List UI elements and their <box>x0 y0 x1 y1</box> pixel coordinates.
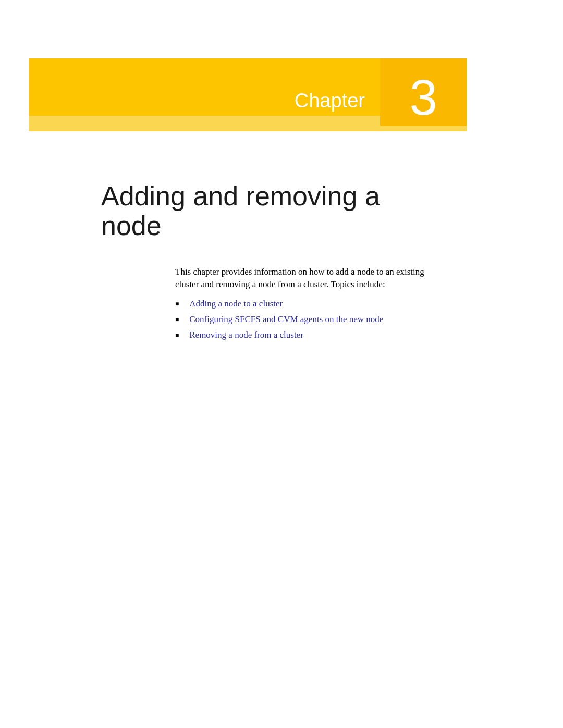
intro-paragraph: This chapter provides information on how… <box>175 266 436 291</box>
bullet-icon: ■ <box>175 299 179 309</box>
topic-list: ■ Adding a node to a cluster ■ Configuri… <box>175 297 436 342</box>
topic-link-adding-node[interactable]: Adding a node to a cluster <box>189 297 283 311</box>
topic-link-configuring-agents[interactable]: Configuring SFCFS and CVM agents on the … <box>189 313 383 326</box>
topic-link-removing-node[interactable]: Removing a node from a cluster <box>189 328 303 342</box>
chapter-label: Chapter <box>295 90 365 112</box>
list-item: ■ Removing a node from a cluster <box>175 328 436 342</box>
bullet-icon: ■ <box>175 315 179 325</box>
chapter-title: Adding and removing a node <box>101 181 435 241</box>
list-item: ■ Configuring SFCFS and CVM agents on th… <box>175 313 436 326</box>
chapter-number: 3 <box>410 69 437 126</box>
list-item: ■ Adding a node to a cluster <box>175 297 436 311</box>
body-content: This chapter provides information on how… <box>175 266 436 344</box>
chapter-banner: Chapter 3 <box>29 58 467 131</box>
bullet-icon: ■ <box>175 330 179 340</box>
